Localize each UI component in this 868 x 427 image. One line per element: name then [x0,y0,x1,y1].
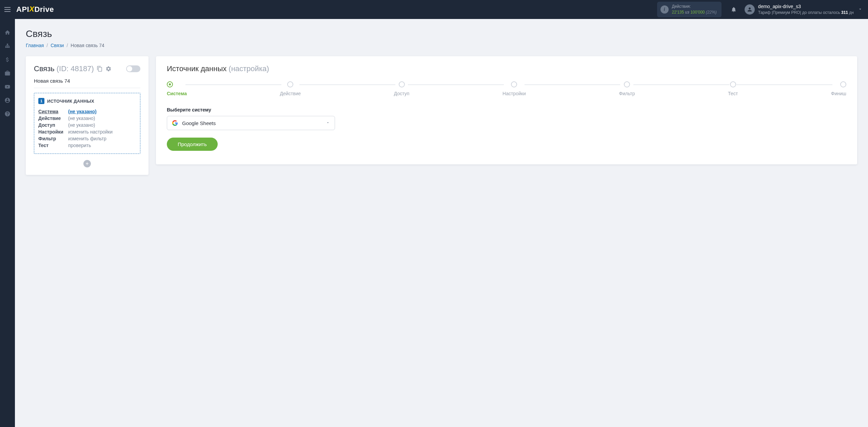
user-name: demo_apix-drive_s3 [758,3,854,10]
actions-sep: из [685,10,689,15]
google-icon [172,120,178,126]
source-number: 1 [38,98,44,104]
sidebar [0,19,15,427]
actions-total: 100'000 [690,10,705,15]
step-access[interactable]: Доступ [394,81,410,96]
step-system[interactable]: Система [167,81,187,96]
copy-icon[interactable] [97,66,103,72]
source-row-filter[interactable]: Фильтр изменить фильтр [38,135,136,142]
source-row-action[interactable]: Действие (не указано) [38,115,136,122]
source-row-settings[interactable]: Настройки изменить настройки [38,128,136,135]
source-title: ИСТОЧНИК ДАННЫХ [47,99,94,104]
step-test[interactable]: Тест [728,81,738,96]
source-box: 1 ИСТОЧНИК ДАННЫХ Система (не указано) Д… [34,93,140,154]
nav-connections[interactable] [0,39,15,53]
actions-pct: (22%) [706,10,717,15]
breadcrumb: Главная / Связи / Новая связь 74 [26,43,857,48]
system-select[interactable]: Google Sheets [167,116,335,130]
logo-post: Drive [34,5,54,14]
config-card: Источник данных (настройка) Система Дейс… [156,56,857,164]
user-menu[interactable]: demo_apix-drive_s3 Тариф |Премиум PRO| д… [741,3,858,16]
avatar [745,4,755,15]
nav-help[interactable] [0,107,15,121]
source-row-test[interactable]: Тест проверить [38,142,136,149]
nav-home[interactable] [0,26,15,39]
connection-name: Новая связь 74 [34,78,140,88]
config-title: Источник данных (настройка) [167,64,846,73]
breadcrumb-links[interactable]: Связи [51,43,64,48]
system-field-label: Выберите систему [167,107,846,113]
nav-video[interactable] [0,80,15,94]
add-destination-button[interactable]: + [83,160,91,167]
actions-used: 22'135 [672,10,684,15]
notifications-button[interactable] [727,6,741,13]
page-title: Связь [26,28,857,39]
connection-summary-card: Связь (ID: 48187) Новая связь 74 1 ИСТОЧ… [26,56,149,175]
info-icon: i [660,5,669,14]
user-tariff: Тариф |Премиум PRO| до оплаты осталось 3… [758,10,854,16]
actions-counter[interactable]: i Действия: 22'135 из 100'000 (22%) [657,2,722,17]
chevron-down-icon [326,120,330,126]
expand-icon[interactable] [858,7,863,13]
connection-label: Связь [34,64,55,73]
logo[interactable]: APIXDrive [16,5,54,14]
system-select-value: Google Sheets [182,120,216,126]
continue-button[interactable]: Продолжить [167,138,218,151]
logo-x: X [29,5,34,13]
source-row-access[interactable]: Доступ (не указано) [38,122,136,128]
connection-id: (ID: 48187) [57,64,94,73]
breadcrumb-current: Новая связь 74 [71,43,104,48]
stepper: Система Действие Доступ Настройки Фильтр… [167,81,846,96]
source-row-system[interactable]: Система (не указано) [38,108,136,115]
gear-icon[interactable] [105,66,112,72]
nav-account[interactable] [0,94,15,107]
step-action[interactable]: Действие [280,81,301,96]
connection-toggle[interactable] [126,65,140,72]
step-settings[interactable]: Настройки [502,81,526,96]
nav-billing[interactable] [0,53,15,66]
logo-pre: API [16,5,29,14]
actions-label: Действия: [672,4,717,9]
menu-toggle[interactable] [0,0,15,19]
nav-briefcase[interactable] [0,66,15,80]
step-finish[interactable]: Финиш [831,81,846,96]
step-filter[interactable]: Фильтр [619,81,635,96]
top-header: APIXDrive i Действия: 22'135 из 100'000 … [0,0,868,19]
breadcrumb-home[interactable]: Главная [26,43,44,48]
